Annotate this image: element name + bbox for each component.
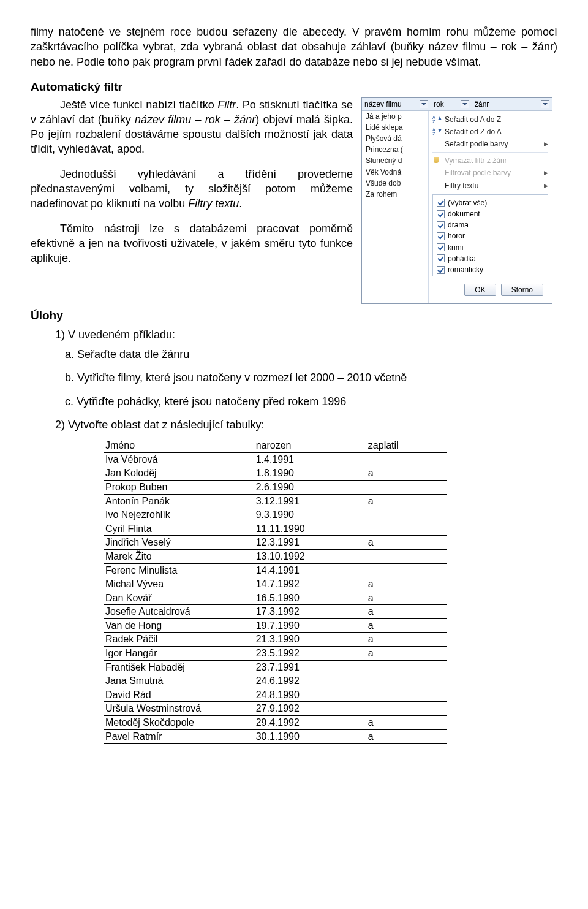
people-table: Jméno narozen zaplatil Iva Vébrová1.4.19… — [104, 438, 447, 744]
menu-sort-desc[interactable]: Seřadit od Z do A — [432, 126, 548, 138]
col-zaplatil: zaplatil — [367, 438, 447, 452]
filter-header-col-a[interactable]: název filmu — [362, 98, 431, 110]
autofilter-heading: Automatický filtr — [31, 79, 557, 95]
checkbox-icon[interactable] — [437, 210, 445, 218]
table-row: Jana Smutná24.6.1992 — [104, 674, 447, 688]
table-row: Van de Hong19.7.1990a — [104, 618, 447, 633]
table-row: Josefie Autcaidrová17.3.1992a — [104, 605, 447, 619]
submenu-arrow-icon: ▶ — [544, 140, 548, 148]
menu-filter-by-color: Filtrovat podle barvy ▶ — [432, 167, 548, 179]
dropdown-icon[interactable] — [541, 100, 549, 108]
col-narozen: narozen — [255, 438, 367, 452]
menu-sort-asc[interactable]: Seřadit od A do Z — [432, 113, 548, 126]
submenu-arrow-icon: ▶ — [544, 182, 548, 189]
autofilter-p3: Těmito nástroji lze s databázemi pracova… — [31, 221, 353, 266]
filter-checkbox-panel: (Vybrat vše) dokument drama horor krimi … — [432, 194, 548, 276]
excel-filter-popup: název filmu rok žánr Já a jeho p Lidé sk… — [361, 97, 552, 305]
table-row: Iva Vébrová1.4.1991 — [104, 452, 447, 466]
table-row: Dan Kovář16.5.1990a — [104, 591, 447, 605]
table-row: Uršula Westminstrová27.9.1992 — [104, 702, 447, 716]
task-2: 2) Vytvořte oblast dat z následující tab… — [55, 417, 557, 432]
checkbox-icon[interactable] — [437, 232, 445, 240]
funnel-clear-icon — [432, 157, 441, 165]
table-row: Prokop Buben2.6.1990 — [104, 480, 447, 494]
cancel-button[interactable]: Storno — [501, 284, 543, 296]
table-row: Jindřich Veselý12.3.1991a — [104, 536, 447, 550]
table-row: Michal Vývea14.7.1992a — [104, 577, 447, 591]
checkbox-icon[interactable] — [437, 254, 445, 262]
autofilter-p1: Ještě více funkcí nabízí tlačítko Filtr.… — [31, 97, 353, 157]
table-row: Marek Žito13.10.1992 — [104, 549, 447, 563]
table-row: David Rád24.8.1990 — [104, 688, 447, 702]
menu-text-filters[interactable]: Filtry textu ▶ — [432, 180, 548, 192]
task-1c: c. Vytřiďte pohádky, které jsou natočeny… — [65, 394, 557, 409]
sort-desc-icon — [432, 127, 442, 136]
table-row: František Habaděj23.7.1991 — [104, 660, 447, 674]
checkbox-select-all[interactable]: (Vybrat vše) — [437, 197, 544, 208]
submenu-arrow-icon: ▶ — [544, 169, 548, 177]
filter-header-col-b[interactable]: rok — [431, 98, 472, 110]
intro-paragraph: filmy natočené ve stejném roce budou seř… — [31, 25, 557, 69]
tasks-heading: Úlohy — [31, 308, 557, 324]
dropdown-icon[interactable] — [461, 100, 469, 108]
checkbox-option[interactable]: krimi — [437, 242, 544, 253]
checkbox-icon[interactable] — [437, 221, 445, 229]
table-row: Metoděj Skočdopole29.4.1992a — [104, 716, 447, 730]
table-row: Igor Hangár23.5.1992a — [104, 647, 447, 661]
ok-button[interactable]: OK — [464, 284, 496, 296]
task-1: 1) V uvedeném příkladu: — [55, 327, 557, 342]
menu-clear-filter: Vymazat filtr z žánr — [432, 154, 548, 167]
table-row: Ferenc Minulista14.4.1991 — [104, 563, 447, 577]
table-row: Jan Koloděj1.8.1990a — [104, 466, 447, 481]
checkbox-option[interactable]: pohádka — [437, 253, 544, 264]
sort-asc-icon — [432, 115, 442, 124]
task-1b: b. Vytřiďte filmy, které jsou natočeny v… — [65, 370, 557, 385]
checkbox-icon[interactable] — [437, 266, 445, 274]
table-row: Cyril Flinta11.11.1990 — [104, 522, 447, 536]
filter-header-col-c[interactable]: žánr — [472, 98, 552, 110]
table-row: Antonín Panák3.12.1991a — [104, 494, 447, 508]
filter-left-values: Já a jeho p Lidé sklepa Plyšová dá Princ… — [362, 111, 429, 303]
table-row: Pavel Ratmír30.1.1990a — [104, 729, 447, 744]
table-row: Ivo Nejezrohlík9.3.1990 — [104, 508, 447, 522]
checkbox-option[interactable]: romantický — [437, 264, 544, 275]
checkbox-icon[interactable] — [437, 243, 445, 251]
task-1a: a. Seřaďte data dle žánru — [65, 347, 557, 362]
autofilter-p2: Jednodušší vyhledávání a třídění provede… — [31, 167, 353, 211]
checkbox-option[interactable]: dokument — [437, 208, 544, 219]
table-row: Radek Páčil21.3.1990a — [104, 633, 447, 647]
col-jmeno: Jméno — [104, 438, 255, 452]
checkbox-icon[interactable] — [437, 199, 445, 207]
dropdown-icon[interactable] — [420, 100, 428, 108]
menu-sort-color[interactable]: Seřadit podle barvy ▶ — [432, 138, 548, 150]
checkbox-option[interactable]: drama — [437, 219, 544, 230]
checkbox-option[interactable]: horor — [437, 230, 544, 242]
